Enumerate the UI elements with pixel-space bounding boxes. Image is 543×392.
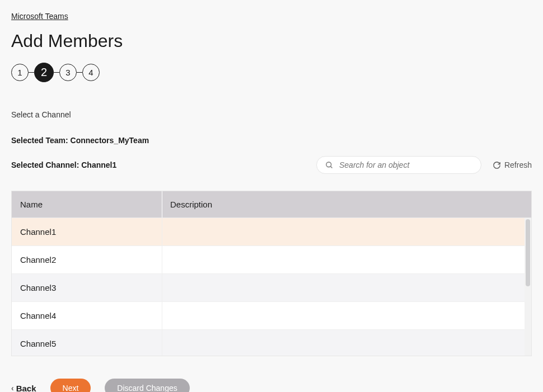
table-row[interactable]: Channel1	[12, 218, 531, 245]
next-button[interactable]: Next	[50, 379, 91, 392]
cell-description	[162, 330, 531, 356]
cell-name: Channel5	[12, 330, 162, 356]
refresh-button[interactable]: Refresh	[493, 160, 532, 169]
breadcrumb-link[interactable]: Microsoft Teams	[11, 12, 68, 21]
search-input[interactable]	[339, 160, 472, 169]
svg-line-1	[330, 166, 332, 168]
search-box[interactable]	[316, 156, 481, 174]
cell-description	[162, 246, 531, 273]
col-name[interactable]: Name	[12, 191, 162, 218]
scrollbar[interactable]	[525, 218, 531, 356]
cell-name: Channel3	[12, 274, 162, 301]
cell-name: Channel4	[12, 302, 162, 329]
table-row[interactable]: Channel5	[12, 329, 531, 356]
channel-table: Name Description Channel1Channel2Channel…	[11, 191, 532, 356]
search-icon	[325, 161, 334, 169]
scrollbar-thumb[interactable]	[526, 219, 530, 286]
chevron-left-icon: ‹	[11, 384, 14, 392]
table-header: Name Description	[12, 191, 531, 218]
cell-description	[162, 302, 531, 329]
step-4[interactable]: 4	[82, 64, 100, 81]
discard-button[interactable]: Discard Changes	[105, 379, 189, 392]
page-title: Add Members	[11, 31, 532, 51]
step-3[interactable]: 3	[59, 64, 77, 81]
cell-description	[162, 218, 531, 245]
back-label: Back	[16, 384, 36, 393]
step-1[interactable]: 1	[11, 64, 29, 81]
cell-description	[162, 274, 531, 301]
stepper: 1234	[11, 63, 532, 82]
step-2[interactable]: 2	[34, 63, 54, 82]
table-row[interactable]: Channel3	[12, 273, 531, 301]
cell-name: Channel2	[12, 246, 162, 273]
refresh-label: Refresh	[504, 160, 532, 169]
col-description[interactable]: Description	[162, 191, 531, 218]
selected-team: Selected Team: Connectors_MyTeam	[11, 136, 532, 145]
back-button[interactable]: ‹ Back	[11, 384, 36, 393]
table-row[interactable]: Channel2	[12, 245, 531, 273]
selected-channel: Selected Channel: Channel1	[11, 160, 116, 169]
subheading: Select a Channel	[11, 110, 532, 119]
table-row[interactable]: Channel4	[12, 301, 531, 329]
cell-name: Channel1	[12, 218, 162, 245]
svg-point-0	[326, 162, 331, 167]
refresh-icon	[493, 161, 501, 169]
